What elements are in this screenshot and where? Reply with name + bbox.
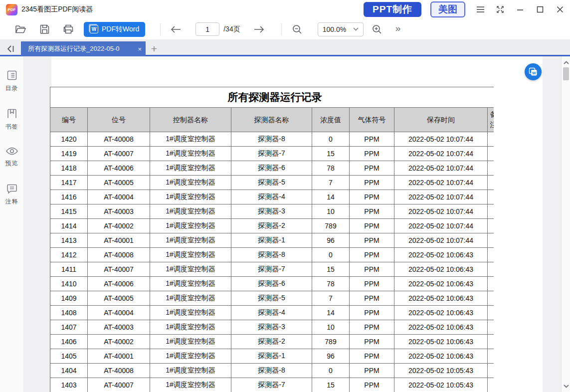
scroll-down-icon[interactable] — [562, 381, 570, 391]
sidebar: 目录 书签 预览 注释 — [0, 56, 24, 392]
ppt-make-button[interactable]: PPT制作 — [364, 2, 421, 17]
bookmark-icon — [6, 108, 18, 120]
word-doc-icon: W — [529, 67, 538, 76]
table-cell: 1413 — [50, 233, 88, 248]
toolbar-divider — [160, 23, 161, 35]
previous-page-icon[interactable] — [168, 21, 185, 38]
table-cell: AT-40007 — [88, 378, 150, 392]
tab-close-icon[interactable]: × — [138, 46, 142, 52]
table-cell — [488, 335, 494, 349]
table-cell: 1419 — [50, 147, 88, 161]
table-cell: PPM — [350, 277, 394, 291]
table-cell: 1#调度室控制器 — [150, 349, 231, 364]
table-cell: AT-40001 — [88, 349, 150, 364]
sidebar-item-label: 书签 — [5, 123, 18, 131]
table-cell — [488, 248, 494, 262]
table-cell: PPM — [350, 364, 394, 378]
table-cell: 2022-05-02 10:06:43 — [394, 349, 488, 364]
table-cell: 2022-05-02 10:07:44 — [394, 161, 488, 176]
toolbar: W PDF转Word /34页 100.0% » — [0, 19, 570, 40]
table-cell: 1#调度室控制器 — [150, 176, 231, 190]
table-cell — [488, 204, 494, 219]
close-button[interactable] — [550, 0, 570, 19]
zoom-out-icon[interactable] — [289, 21, 306, 38]
table-cell: 2022-05-02 10:06:43 — [394, 335, 488, 349]
table-cell: PPM — [350, 335, 394, 349]
table-cell — [488, 262, 494, 277]
open-file-icon[interactable] — [12, 21, 29, 38]
table-cell: 探测器-4 — [231, 306, 312, 320]
table-cell: PPM — [350, 306, 394, 320]
minimize-button[interactable] — [510, 0, 530, 19]
table-cell: PPM — [350, 291, 394, 306]
table-cell: AT-40002 — [88, 335, 150, 349]
table-cell: 96 — [312, 233, 350, 248]
table-cell: PPM — [350, 378, 394, 392]
table-cell: 探测器-6 — [231, 277, 312, 291]
table-cell: 1#调度室控制器 — [150, 132, 231, 147]
page-number-input[interactable] — [195, 22, 219, 36]
table-cell: 1408 — [50, 306, 88, 320]
scrollbar-thumb[interactable] — [563, 67, 569, 80]
table-cell: 1#调度室控制器 — [150, 364, 231, 378]
sidebar-item-preview[interactable]: 预览 — [5, 146, 18, 168]
more-tools-button[interactable]: » — [395, 23, 401, 34]
comment-icon — [6, 183, 18, 195]
table-cell: 探测器-2 — [231, 219, 312, 233]
table-cell: 探测器-2 — [231, 335, 312, 349]
table-cell: 探测器-4 — [231, 190, 312, 204]
table-cell — [488, 349, 494, 364]
table-cell: 2022-05-02 10:06:43 — [394, 248, 488, 262]
sidebar-item-bookmarks[interactable]: 书签 — [5, 108, 18, 131]
table-cell: 1#调度室控制器 — [150, 320, 231, 335]
table-cell: 2022-05-02 10:07:44 — [394, 190, 488, 204]
table-cell: AT-40002 — [88, 219, 150, 233]
table-cell: AT-40007 — [88, 147, 150, 161]
column-header: 位号 — [88, 108, 150, 132]
meitu-button[interactable]: 美图 — [430, 1, 465, 17]
table-cell: 1410 — [50, 277, 88, 291]
table-cell: 1#调度室控制器 — [150, 161, 231, 176]
report-table: 所有探测器运行记录 编号位号控制器名称探测器名称浓度值气体符号保存时间备注 14… — [50, 87, 494, 392]
table-cell: AT-40006 — [88, 277, 150, 291]
table-cell: 2022-05-02 10:07:44 — [394, 147, 488, 161]
table-cell: 1#调度室控制器 — [150, 219, 231, 233]
zoom-level-select[interactable]: 100.0% — [318, 22, 364, 36]
vertical-scrollbar[interactable] — [561, 56, 570, 392]
fullscreen-icon[interactable] — [490, 0, 510, 19]
table-cell — [488, 219, 494, 233]
document-viewer[interactable]: 所有探测器运行记录 编号位号控制器名称探测器名称浓度值气体符号保存时间备注 14… — [24, 56, 561, 392]
table-cell: 1#调度室控制器 — [150, 204, 231, 219]
next-page-icon[interactable] — [250, 21, 267, 38]
convert-to-word-float-button[interactable]: W — [525, 63, 542, 80]
table-cell: AT-40006 — [88, 161, 150, 176]
print-icon[interactable] — [60, 21, 77, 38]
table-cell: 10 — [312, 320, 350, 335]
table-cell: 2022-05-02 10:06:43 — [394, 320, 488, 335]
pdf-to-word-button[interactable]: W PDF转Word — [84, 22, 145, 37]
table-row: 1413AT-400011#调度室控制器探测器-196PPM2022-05-02… — [50, 233, 494, 248]
table-cell: 15 — [312, 378, 350, 392]
save-icon[interactable] — [36, 21, 53, 38]
zoom-in-icon[interactable] — [369, 21, 385, 38]
collapse-sidebar-icon[interactable] — [0, 41, 21, 56]
document-tab[interactable]: 所有探测器运行记录_2022-05-0 × — [21, 41, 146, 56]
chevron-down-icon — [353, 27, 359, 31]
sidebar-item-annotations[interactable]: 注释 — [5, 183, 18, 206]
table-cell: 探测器-1 — [231, 349, 312, 364]
table-row: 1420AT-400081#调度室控制器探测器-80PPM2022-05-02 … — [50, 132, 494, 147]
new-tab-button[interactable]: + — [146, 41, 163, 56]
table-cell: AT-40005 — [88, 291, 150, 306]
report-table-container: 所有探测器运行记录 编号位号控制器名称探测器名称浓度值气体符号保存时间备注 14… — [50, 87, 494, 392]
scroll-up-icon[interactable] — [562, 57, 570, 67]
menu-icon[interactable] — [470, 0, 490, 19]
table-row: 1408AT-400041#调度室控制器探测器-414PPM2022-05-02… — [50, 306, 494, 320]
maximize-button[interactable] — [530, 0, 550, 19]
table-cell: 2022-05-02 10:05:43 — [394, 378, 488, 392]
table-row: 1415AT-400031#调度室控制器探测器-310PPM2022-05-02… — [50, 204, 494, 219]
table-cell: AT-40001 — [88, 233, 150, 248]
table-row: 1406AT-400021#调度室控制器探测器-2789PPM2022-05-0… — [50, 335, 494, 349]
column-header: 控制器名称 — [150, 108, 231, 132]
table-cell: 1416 — [50, 190, 88, 204]
sidebar-item-catalog[interactable]: 目录 — [5, 69, 18, 93]
